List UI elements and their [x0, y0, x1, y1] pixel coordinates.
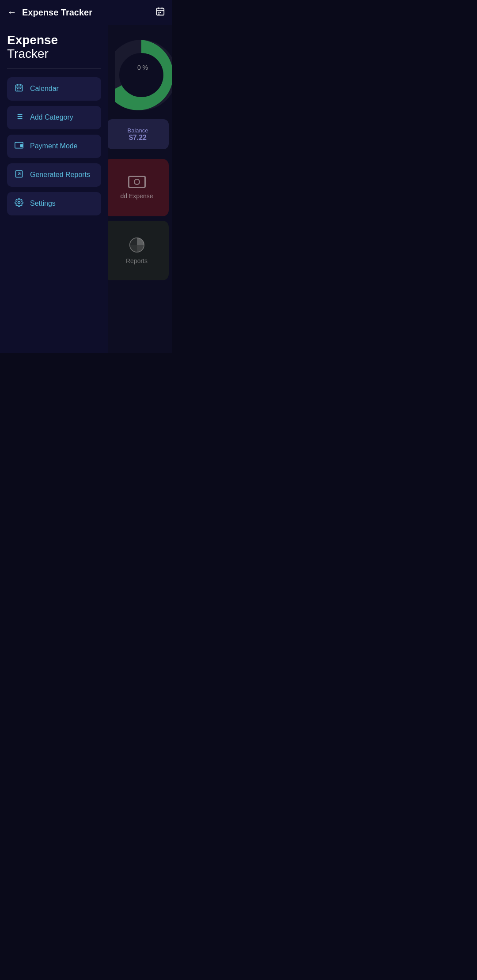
navigation-drawer: Expense Tracker Calendar — [0, 0, 108, 353]
drawer-payment-mode-label: Payment Mode — [30, 142, 78, 150]
drawer-item-generated-reports[interactable]: Generated Reports — [7, 163, 101, 187]
header-title: Expense Tracker — [22, 8, 155, 18]
drawer-item-add-category[interactable]: Add Category — [7, 106, 101, 129]
drawer-bottom-divider — [7, 221, 101, 221]
svg-rect-17 — [17, 90, 18, 90]
drawer-item-calendar[interactable]: Calendar — [7, 77, 101, 101]
svg-rect-3 — [157, 8, 164, 15]
back-button[interactable]: ← — [7, 7, 17, 18]
drawer-generated-reports-label: Generated Reports — [30, 171, 90, 179]
svg-rect-9 — [158, 13, 159, 15]
reports-pie-icon — [129, 237, 145, 253]
drawer-app-name: Expense Tracker — [7, 34, 101, 61]
svg-rect-18 — [19, 90, 19, 90]
list-icon — [14, 112, 24, 123]
balance-amount: $7.22 — [129, 134, 147, 142]
svg-rect-15 — [19, 88, 19, 89]
header-calendar-icon[interactable] — [155, 7, 165, 19]
balance-label: Balance — [128, 127, 148, 134]
money-icon — [128, 176, 146, 188]
svg-rect-8 — [160, 11, 161, 13]
gear-icon — [14, 198, 24, 209]
svg-rect-16 — [20, 88, 21, 89]
app-header: ← Expense Tracker — [0, 0, 172, 25]
wallet-icon — [14, 141, 24, 152]
reports-card[interactable]: Reports — [105, 221, 169, 280]
balance-card: Balance $7.22 — [107, 119, 169, 149]
svg-point-29 — [18, 201, 20, 204]
svg-point-1 — [119, 53, 163, 97]
add-expense-label: dd Expense — [121, 192, 153, 200]
drawer-app-name-line1: Expense — [7, 34, 101, 47]
pie-percent-label: 0 % — [137, 64, 148, 71]
drawer-item-payment-mode[interactable]: Payment Mode — [7, 135, 101, 158]
pie-chart-svg — [115, 35, 172, 115]
drawer-top-divider — [7, 68, 101, 68]
add-expense-card[interactable]: dd Expense — [105, 159, 169, 216]
drawer-content: Expense Tracker Calendar — [0, 25, 108, 353]
svg-rect-26 — [20, 144, 23, 147]
drawer-item-settings[interactable]: Settings — [7, 192, 101, 215]
drawer-calendar-label: Calendar — [30, 85, 59, 93]
svg-rect-7 — [158, 11, 159, 13]
reports-label: Reports — [126, 257, 148, 264]
svg-rect-14 — [17, 88, 18, 89]
drawer-app-name-line2: Tracker — [7, 47, 101, 61]
export-icon — [14, 170, 24, 181]
drawer-settings-label: Settings — [30, 200, 56, 207]
drawer-add-category-label: Add Category — [30, 113, 73, 121]
calendar-icon — [14, 83, 24, 94]
